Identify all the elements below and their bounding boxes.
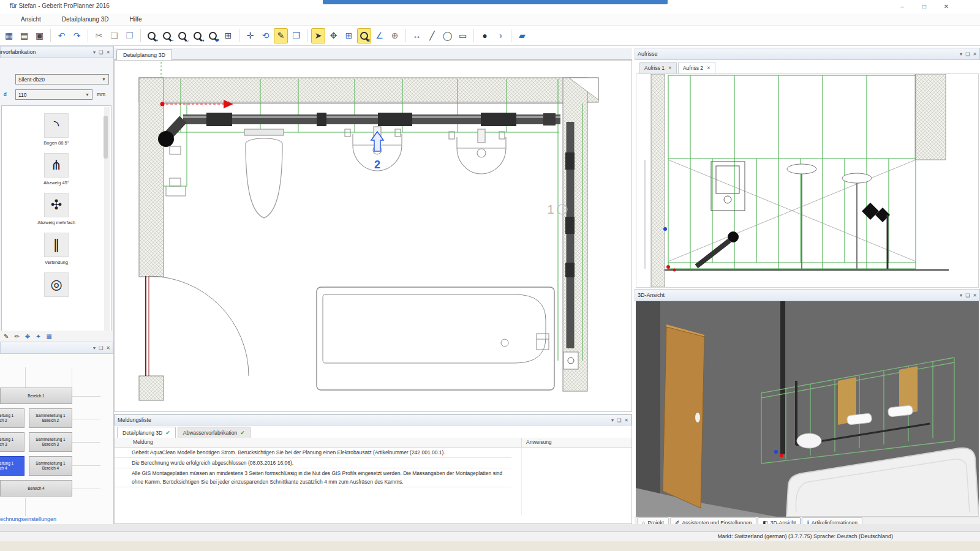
ellipse-tool-button[interactable]: ◯ bbox=[440, 28, 454, 43]
elevation-fittings[interactable] bbox=[696, 203, 890, 269]
redo-button[interactable]: ↷ bbox=[70, 28, 84, 43]
calculator-button[interactable]: ▣ bbox=[32, 28, 47, 43]
move-button[interactable]: ✥ bbox=[326, 28, 341, 43]
messages-tab-abwasservorfabrikation[interactable]: Abwasservorfabrikation✔ bbox=[178, 427, 251, 438]
washbasin-fixture[interactable] bbox=[345, 127, 402, 171]
menu-ansicht[interactable]: Ansicht bbox=[15, 15, 47, 24]
pan-button[interactable]: ✛ bbox=[243, 28, 257, 43]
maximize-button[interactable]: □ bbox=[916, 1, 932, 12]
zoom-in-button[interactable]: + bbox=[145, 28, 159, 43]
copy-button[interactable]: ❏ bbox=[107, 28, 121, 43]
schematic-cell-2-right[interactable]: Sammelleitung 1 Bereich 3 bbox=[29, 432, 72, 452]
panel-menu-icon[interactable]: ▾ bbox=[960, 51, 962, 57]
catalog-item-partial[interactable]: ◎ bbox=[2, 272, 111, 299]
cut-button[interactable]: ✂ bbox=[92, 28, 106, 43]
washbasin-fixture[interactable] bbox=[449, 129, 506, 174]
diameter-select[interactable]: 110▼ bbox=[15, 89, 92, 100]
group-button[interactable]: ⊕ bbox=[388, 28, 402, 43]
zoom-out-button[interactable]: − bbox=[160, 28, 174, 43]
zoom-extents-button[interactable]: ⊞ bbox=[221, 28, 235, 43]
panel-pin-icon[interactable]: ❏ bbox=[99, 50, 103, 55]
view3d-scene[interactable] bbox=[636, 301, 979, 517]
orbit-button[interactable]: ⟲ bbox=[258, 28, 273, 43]
menu-detailplanung-3d[interactable]: Detailplanung 3D bbox=[56, 15, 115, 24]
elevation-view[interactable] bbox=[636, 73, 979, 288]
panel-menu-icon[interactable]: ▾ bbox=[93, 50, 96, 55]
catalog-tool-draw[interactable]: ✏ bbox=[14, 333, 19, 340]
angle-button[interactable]: ∠ bbox=[372, 28, 386, 43]
floor-plan-canvas[interactable]: 2 1 bbox=[114, 60, 632, 412]
tab-aufriss-1[interactable]: Aufriss 1✕ bbox=[639, 62, 677, 74]
message-row-0[interactable]: Geberit AquaClean Modelle benötigen Stro… bbox=[115, 448, 511, 458]
panel-pin-icon[interactable]: ❏ bbox=[965, 293, 970, 298]
line-tool-button[interactable]: ╱ bbox=[425, 28, 439, 43]
toilet-fixture[interactable] bbox=[244, 129, 284, 218]
rectangle-tool-button[interactable]: ▭ bbox=[456, 28, 470, 43]
close-icon[interactable]: ✕ bbox=[668, 66, 672, 70]
catalog-item-bogen-88-5-[interactable]: ◝Bogen 88.5° bbox=[2, 113, 111, 146]
panel-menu-icon[interactable]: ▾ bbox=[960, 293, 962, 298]
column-anweisung: Anweisung bbox=[526, 439, 552, 445]
print-button[interactable]: ▤ bbox=[17, 28, 31, 43]
panel-close-icon[interactable]: ✕ bbox=[973, 293, 977, 298]
tab-aufriss-2[interactable]: Aufriss 2✕ bbox=[678, 62, 715, 74]
catalog-tool-edit[interactable]: ✎ bbox=[4, 333, 9, 340]
schematic-cell-3-left[interactable]: Anbindeleitung 1 Bereich 4 bbox=[0, 456, 24, 476]
panel-menu-icon[interactable]: ▾ bbox=[93, 345, 96, 351]
zoom-selection-button[interactable]: s bbox=[357, 28, 371, 43]
schematic-cell-4[interactable]: Bereich 4 bbox=[0, 480, 72, 497]
undo-button[interactable]: ↶ bbox=[55, 28, 69, 43]
schematic-cell-2-left[interactable]: Anbindeleitung 1 Bereich 3 bbox=[0, 432, 24, 452]
redo-icon: ↷ bbox=[74, 31, 81, 40]
schematic-cell-3-right[interactable]: Sammelleitung 1 Bereich 4 bbox=[29, 456, 72, 476]
zoom-previous-button[interactable]: ◂ bbox=[190, 28, 205, 43]
panel-close-icon[interactable]: ✕ bbox=[106, 345, 110, 351]
panel-pin-icon[interactable]: ❏ bbox=[965, 51, 970, 57]
components-button[interactable]: ❒ bbox=[289, 28, 303, 43]
fixture-button[interactable]: ● bbox=[478, 28, 492, 43]
align-button[interactable]: ⊞ bbox=[342, 28, 356, 43]
dimension-button[interactable]: ↔ bbox=[410, 28, 424, 43]
minimize-button[interactable]: – bbox=[894, 1, 910, 12]
cistern-element[interactable] bbox=[711, 162, 745, 211]
message-row-2[interactable]: Alle GIS Montageplatten müssen an mindes… bbox=[115, 468, 511, 487]
messages-tab-label: Abwasservorfabrikation bbox=[183, 430, 237, 436]
menu-hilfe[interactable]: Hilfe bbox=[124, 15, 148, 24]
close-button[interactable]: ✕ bbox=[938, 1, 954, 12]
system-select[interactable]: Silent-db20▼ bbox=[15, 74, 109, 84]
angle-icon: ∠ bbox=[375, 31, 383, 40]
catalog-item-abzweig-45-[interactable]: ⋔Abzweig 45° bbox=[2, 153, 111, 186]
schematic-cell-1-right[interactable]: Sammelleitung 1 Bereich 2 bbox=[29, 408, 72, 428]
select-button[interactable]: ➤ bbox=[311, 28, 325, 43]
elevation-washbasins[interactable] bbox=[787, 164, 872, 269]
door-3d[interactable] bbox=[663, 324, 704, 508]
message-row-1[interactable]: Die Berechnung wurde erfolgreich abgesch… bbox=[115, 458, 511, 468]
catalog-tool-list[interactable]: ▦ bbox=[47, 333, 52, 340]
bathtub-fixture[interactable] bbox=[317, 287, 554, 390]
tab-detailplanung-3d[interactable]: Detailplanung 3D bbox=[116, 49, 172, 61]
panel-menu-icon[interactable]: ▾ bbox=[611, 418, 614, 423]
calculation-settings-link[interactable]: Berechnungseinstellungen bbox=[0, 516, 56, 522]
schematic-row: Anbindeleitung 1 Bereich 3Sammelleitung … bbox=[0, 432, 114, 452]
panel-pin-icon[interactable]: ❏ bbox=[617, 418, 621, 423]
messages-tab-detailplanung-3d[interactable]: Detailplanung 3D✔ bbox=[117, 427, 176, 438]
mirror-button[interactable]: ◑ bbox=[493, 28, 507, 43]
save-button[interactable]: ▦ bbox=[2, 28, 16, 43]
door[interactable] bbox=[146, 276, 249, 376]
close-icon[interactable]: ✕ bbox=[707, 66, 710, 70]
catalog-item-verbindung[interactable]: ∥Verbindung bbox=[2, 233, 111, 265]
zoom-window-button[interactable]: ▭ bbox=[175, 28, 189, 43]
schematic-cell-1-left[interactable]: Anbindeleitung 1 Bereich 2 bbox=[0, 408, 24, 428]
edit-mode-button[interactable]: ✎ bbox=[274, 28, 288, 43]
panel-close-icon[interactable]: ✕ bbox=[973, 51, 977, 57]
panel-close-icon[interactable]: ✕ bbox=[106, 50, 110, 55]
panel-close-icon[interactable]: ✕ bbox=[624, 418, 628, 423]
view-3d-button[interactable]: ▰ bbox=[515, 28, 529, 43]
catalog-tool-favorites[interactable]: ✦ bbox=[36, 333, 40, 340]
paste-button[interactable]: ❐ bbox=[123, 28, 137, 43]
schematic-cell-0[interactable]: Bereich 1 bbox=[0, 388, 72, 404]
panel-pin-icon[interactable]: ❏ bbox=[99, 345, 103, 351]
zoom-all-button[interactable]: ✱ bbox=[206, 28, 220, 43]
catalog-tool-move[interactable]: ✥ bbox=[25, 333, 30, 340]
catalog-item-abzweig-mehrfach[interactable]: ✣Abzweig mehrfach bbox=[2, 193, 111, 225]
